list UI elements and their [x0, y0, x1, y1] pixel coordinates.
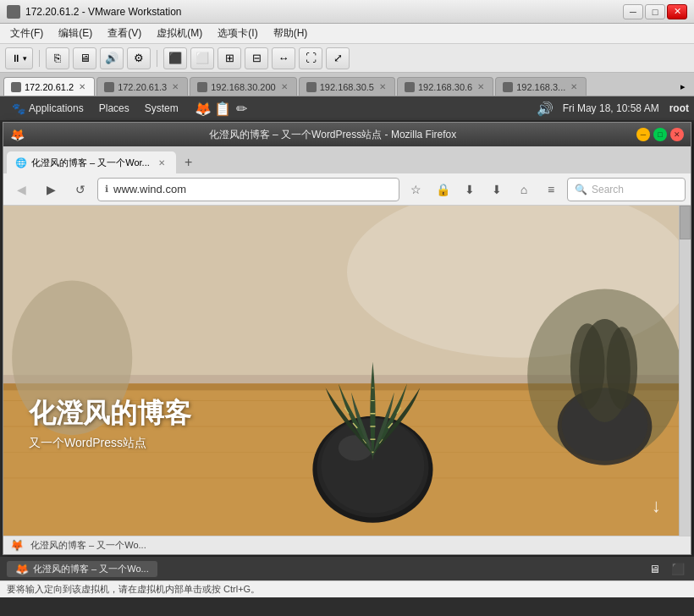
vmware-title: 172.20.61.2 - VMware Workstation: [25, 6, 623, 18]
gnome-volume-icon[interactable]: 🔊: [537, 101, 553, 116]
vmware-status-bar: 要将输入定向到该虚拟机，请在虚拟机内部单击或按 Ctrl+G。: [0, 580, 694, 597]
tab-scroll-right[interactable]: ▸: [675, 77, 691, 96]
gnome-system[interactable]: System: [138, 101, 185, 117]
firefox-menu-button[interactable]: ≡: [539, 178, 563, 201]
toolbar-btn-3[interactable]: 🔊: [100, 47, 124, 69]
scrollbar-thumb[interactable]: [680, 206, 691, 239]
vmware-tab-label-6: 192.168.3...: [516, 82, 565, 92]
menu-help[interactable]: 帮助(H): [267, 25, 315, 42]
toolbar-btn-4[interactable]: ⚙: [127, 47, 151, 69]
toolbar-btn-9[interactable]: ↔: [272, 47, 295, 69]
website-scrollbar[interactable]: [679, 206, 691, 536]
vmware-tab-3[interactable]: 192.168.30.200 ✕: [190, 77, 296, 96]
firefox-tab-close[interactable]: ✕: [156, 157, 168, 168]
gnome-places[interactable]: Places: [92, 101, 136, 117]
gnome-applications[interactable]: 🐾 Applications: [5, 101, 91, 117]
vmware-bottom-tab[interactable]: 🦊 化澄风的博客 – 又一个Wo...: [7, 561, 157, 577]
site-hero-image: ↓ 化澄风的博客 又一个WordPress站点: [3, 206, 691, 536]
vmware-tab-close-4[interactable]: ✕: [377, 82, 388, 92]
toolbar-btn-11[interactable]: ⤢: [326, 47, 350, 69]
firefox-home-icon[interactable]: ⌂: [512, 178, 536, 201]
firefox-tab-favicon: 🌐: [15, 157, 27, 168]
firefox-status-icon: 🦊: [10, 539, 24, 552]
vmware-tab-close-1[interactable]: ✕: [77, 82, 87, 92]
toolbar-separator-2: [157, 50, 157, 67]
toolbar-btn-8[interactable]: ⊟: [245, 47, 268, 69]
firefox-back-button[interactable]: ◀: [8, 177, 34, 202]
firefox-url-text: www.wind.com: [113, 183, 392, 195]
vmware-tab-4[interactable]: 192.168.30.5 ✕: [299, 77, 395, 96]
search-icon: 🔍: [575, 184, 587, 195]
vmware-tab-close-6[interactable]: ✕: [569, 82, 579, 92]
site-text-overlay: 化澄风的博客 又一个WordPress站点: [29, 395, 191, 451]
firefox-win-controls: ─ □ ✕: [636, 128, 684, 141]
vmware-titlebar: 172.20.61.2 - VMware Workstation ─ □ ✕: [0, 0, 694, 24]
vmware-tab-close-5[interactable]: ✕: [476, 82, 486, 92]
bottom-tab-icon: 🦊: [15, 563, 29, 575]
firefox-window: 🦊 化澄风的博客 – 又一个WordPress站点 - Mozilla Fire…: [3, 122, 691, 555]
vmware-minimize-button[interactable]: ─: [623, 4, 643, 19]
firefox-toolbar: ◀ ▶ ↺ ℹ www.wind.com ☆ 🔒 ⬇ ⬇ ⌂ ≡ 🔍 Searc…: [3, 173, 691, 206]
vmware-tab-5[interactable]: 192.168.30.6 ✕: [397, 77, 493, 96]
firefox-star-icon[interactable]: ☆: [404, 178, 427, 201]
vm-tab-icon-4: [306, 82, 317, 92]
vmware-close-button[interactable]: ✕: [667, 4, 687, 19]
firefox-reload-button[interactable]: ↺: [68, 177, 93, 202]
menu-file[interactable]: 文件(F): [3, 25, 50, 42]
firefox-urlbar[interactable]: ℹ www.wind.com: [97, 178, 399, 201]
toolbar-btn-1[interactable]: ⎘: [46, 47, 69, 69]
firefox-close-button[interactable]: ✕: [670, 128, 684, 141]
firefox-maximize-button[interactable]: □: [653, 128, 667, 141]
vmware-tab-label-3: 192.168.30.200: [211, 82, 275, 92]
vm-tab-icon-5: [405, 82, 415, 92]
toolbar-btn-5[interactable]: ⬛: [163, 47, 187, 69]
search-placeholder: Search: [592, 184, 624, 195]
menu-vm[interactable]: 虚拟机(M): [150, 25, 209, 42]
vmware-bottom-icon-1[interactable]: 🖥: [645, 559, 664, 578]
toolbar-btn-2[interactable]: 🖥: [73, 47, 96, 69]
toolbar-btn-7[interactable]: ⊞: [218, 47, 241, 69]
gnome-places-label: Places: [99, 102, 129, 114]
vmware-tab-close-2[interactable]: ✕: [170, 82, 180, 92]
fx-info-icon: ℹ: [105, 184, 108, 195]
firefox-statusbar: 🦊 化澄风的博客 – 又一个Wo...: [3, 536, 691, 554]
firefox-minimize-button[interactable]: ─: [636, 128, 650, 141]
pause-button[interactable]: ⏸ ▾: [5, 47, 33, 69]
gnome-firefox-icon[interactable]: 🦊: [196, 101, 211, 116]
firefox-forward-button[interactable]: ▶: [38, 177, 63, 202]
gnome-applet-2[interactable]: 📋: [215, 101, 230, 116]
pause-dropdown-icon: ▾: [23, 54, 27, 63]
firefox-download-icon[interactable]: ⬇: [485, 178, 509, 201]
vm-tab-icon-6: [503, 82, 513, 92]
menu-view[interactable]: 查看(V): [101, 25, 148, 42]
vmware-tab-2[interactable]: 172.20.61.3 ✕: [96, 77, 188, 96]
vmware-bottom-right: 🖥 ⬛: [645, 559, 687, 578]
gnome-applications-label: Applications: [29, 102, 84, 114]
firefox-search-bar[interactable]: 🔍 Search: [567, 178, 686, 201]
toolbar-separator-1: [39, 50, 40, 67]
vmware-tab-label-5: 192.168.30.6: [418, 82, 472, 92]
vmware-tab-close-3[interactable]: ✕: [279, 82, 289, 92]
gnome-user: root: [669, 102, 689, 114]
gnome-clock: Fri May 18, 10:58 AM: [563, 102, 659, 114]
bottom-tab-label: 化澄风的博客 – 又一个Wo...: [33, 563, 149, 575]
firefox-pocket-icon[interactable]: ⬇: [458, 178, 482, 201]
firefox-new-tab-button[interactable]: +: [178, 151, 200, 173]
menu-edit[interactable]: 编辑(E): [52, 25, 99, 42]
vmware-maximize-button[interactable]: □: [645, 4, 665, 19]
svg-point-14: [570, 323, 605, 410]
toolbar-btn-6[interactable]: ⬜: [190, 47, 214, 69]
vmware-bottom-icon-2[interactable]: ⬛: [669, 559, 687, 578]
vmware-bottombar: 🦊 化澄风的博客 – 又一个Wo... 🖥 ⬛: [0, 557, 694, 580]
vmware-tab-6[interactable]: 192.168.3... ✕: [495, 77, 587, 96]
menu-tabs[interactable]: 选项卡(I): [211, 25, 264, 42]
hero-svg: ↓: [3, 206, 691, 536]
firefox-tab-active[interactable]: 🌐 化澄风的博客 – 又一个Wor... ✕: [7, 151, 176, 173]
site-title: 化澄风的博客: [29, 395, 191, 432]
toolbar-btn-10[interactable]: ⛶: [299, 47, 322, 69]
firefox-toolbar-right: ☆ 🔒 ⬇ ⬇ ⌂ ≡: [404, 178, 563, 201]
firefox-lock-icon[interactable]: 🔒: [431, 178, 454, 201]
gnome-applet-3[interactable]: ✏: [234, 101, 250, 116]
vmware-tab-1[interactable]: 172.20.61.2 ✕: [3, 77, 95, 96]
vm-tab-icon-2: [104, 82, 114, 92]
